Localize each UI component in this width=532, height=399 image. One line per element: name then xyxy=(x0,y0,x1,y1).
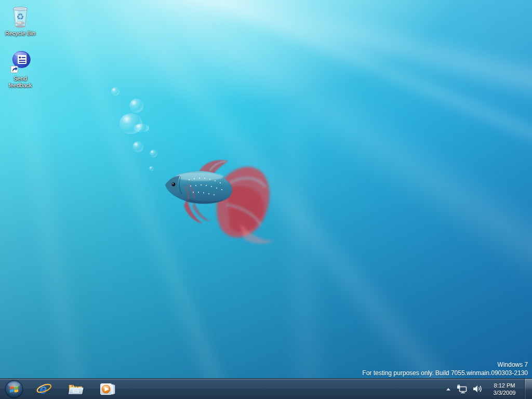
desktop-icon-send-feedback[interactable]: Send feedback xyxy=(1,49,40,89)
light-ray xyxy=(182,0,532,302)
clock-date: 3/3/2009 xyxy=(494,389,516,396)
taskbar-item-internet-explorer[interactable]: e xyxy=(28,379,60,399)
desktop-icon-label: Recycle Bin xyxy=(5,30,35,37)
taskbar-item-windows-media-player[interactable] xyxy=(91,379,123,399)
desktop-icon-grid: ♻ Recycle Bin xyxy=(0,4,41,101)
bubble xyxy=(132,141,143,152)
windows-media-player-icon xyxy=(99,381,116,397)
taskbar-item-windows-explorer[interactable] xyxy=(60,379,91,399)
light-ray xyxy=(151,0,532,196)
windows-orb-icon xyxy=(5,380,23,398)
system-tray: 8:12 PM 3/3/2009 xyxy=(442,379,532,399)
windows-explorer-icon xyxy=(68,381,84,397)
light-ray xyxy=(43,0,286,399)
volume-tray-icon[interactable] xyxy=(470,379,485,399)
clock-time: 8:12 PM xyxy=(494,382,515,389)
show-hidden-icons-button[interactable] xyxy=(442,379,455,399)
taskbar-pinned-items: e xyxy=(28,379,123,399)
speaker-icon xyxy=(472,384,483,393)
clock[interactable]: 8:12 PM 3/3/2009 xyxy=(485,379,524,399)
network-tray-icon[interactable] xyxy=(455,379,470,399)
svg-text:♻: ♻ xyxy=(16,12,24,22)
recycle-bin-icon: ♻ xyxy=(8,4,33,29)
bubble xyxy=(149,166,154,171)
show-desktop-button[interactable] xyxy=(524,379,532,399)
taskbar: e xyxy=(0,378,532,399)
send-feedback-icon xyxy=(8,49,33,74)
bubble xyxy=(111,87,119,96)
svg-text:e: e xyxy=(39,381,47,397)
light-ray xyxy=(88,0,532,399)
start-button[interactable] xyxy=(0,379,28,399)
network-icon xyxy=(457,384,468,394)
light-ray xyxy=(268,115,340,399)
desktop: ♻ Recycle Bin xyxy=(0,0,532,399)
bubble xyxy=(119,113,142,134)
desktop-icon-recycle-bin[interactable]: ♻ Recycle Bin xyxy=(1,4,40,37)
watermark-product: Windows 7 xyxy=(362,361,528,369)
internet-explorer-icon: e xyxy=(36,381,52,397)
betta-fish-wallpaper xyxy=(162,157,279,246)
bubble xyxy=(134,124,149,132)
watermark-build: For testing purposes only. Build 7055.wi… xyxy=(362,369,528,377)
chevron-up-icon xyxy=(445,387,451,392)
bubble xyxy=(129,99,143,113)
desktop-icon-label: Send feedback xyxy=(3,75,38,89)
build-watermark: Windows 7 For testing purposes only. Bui… xyxy=(362,361,528,377)
bubble xyxy=(150,150,157,157)
light-ray xyxy=(117,0,532,399)
